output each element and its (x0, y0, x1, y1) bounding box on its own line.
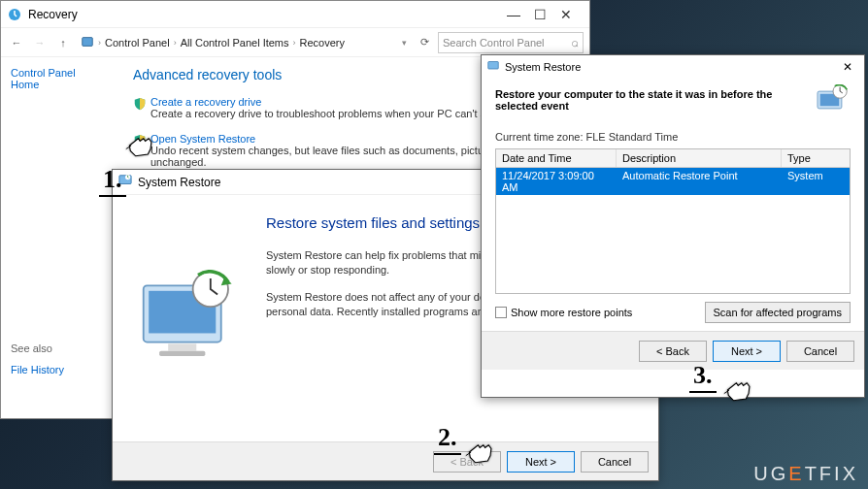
restore-points-table: Date and Time Description Type 11/24/201… (495, 148, 851, 294)
minimize-button[interactable]: — (507, 7, 520, 22)
col-description[interactable]: Description (617, 149, 782, 167)
svg-rect-6 (168, 343, 196, 350)
checkbox-icon (495, 307, 507, 318)
restore-points-window: System Restore ✕ Restore your computer t… (481, 54, 865, 398)
step-3-label: 3. (689, 361, 717, 393)
control-panel-home-link[interactable]: Control Panel Home (11, 67, 106, 90)
monitor-clock-icon (816, 84, 851, 115)
points-icon (487, 60, 499, 74)
table-header: Date and Time Description Type (496, 149, 850, 168)
refresh-icon[interactable]: ⟳ (415, 36, 434, 49)
watermark-text: TFIX (805, 463, 858, 484)
shield-icon (133, 97, 147, 111)
cell-type: System (782, 168, 850, 195)
watermark-accent: E (788, 463, 804, 484)
step-1-label: 1. (99, 165, 126, 197)
table-row[interactable]: 11/24/2017 3:09:00 AM Automatic Restore … (496, 168, 850, 195)
breadcrumb[interactable]: › Control Panel› All Control Panel Items… (77, 33, 394, 52)
wizard-footer: < Back Next > Cancel (113, 441, 658, 480)
monitor-clock-icon (136, 270, 243, 367)
breadcrumb-dropdown-icon[interactable]: ▾ (398, 38, 411, 48)
back-arrow-icon[interactable]: ← (7, 33, 26, 52)
wizard-title: System Restore (138, 176, 220, 189)
forward-arrow-icon[interactable]: → (30, 33, 50, 52)
search-placeholder: Search Control Panel (443, 37, 545, 49)
breadcrumb-item[interactable]: All Control Panel Items (181, 37, 289, 49)
close-button[interactable]: ✕ (837, 60, 858, 74)
svg-rect-1 (83, 37, 93, 46)
close-button[interactable]: ✕ (560, 7, 572, 22)
cancel-button[interactable]: Cancel (786, 341, 854, 362)
maximize-button[interactable]: ☐ (534, 7, 547, 22)
cell-desc: Automatic Restore Point (617, 168, 782, 195)
show-more-label: Show more restore points (511, 307, 632, 318)
points-heading: Restore your computer to the state it wa… (495, 88, 806, 112)
watermark: UGETFIX (753, 463, 858, 485)
window-controls: — ☐ ✕ (495, 7, 584, 22)
pointer-hand-icon (722, 373, 757, 408)
points-title: System Restore (505, 61, 581, 73)
file-history-link[interactable]: File History (11, 364, 106, 375)
cancel-button[interactable]: Cancel (581, 451, 649, 473)
svg-rect-7 (159, 351, 205, 356)
sidebar: Control Panel Home See also File History (1, 57, 116, 418)
breadcrumb-item[interactable]: Recovery (300, 37, 345, 49)
up-arrow-icon[interactable]: ↑ (53, 33, 73, 52)
svg-rect-9 (488, 62, 499, 70)
next-button[interactable]: Next > (507, 451, 575, 473)
wizard-graphic (113, 195, 266, 441)
pointer-hand-icon (124, 128, 159, 163)
recovery-icon (7, 7, 22, 22)
scan-affected-button[interactable]: Scan for affected programs (705, 302, 851, 323)
recovery-titlebar: Recovery — ☐ ✕ (1, 1, 589, 28)
points-footer: < Back Next > Cancel (482, 331, 864, 370)
show-more-checkbox[interactable]: Show more restore points (495, 307, 632, 318)
see-also-label: See also (11, 342, 106, 354)
col-type[interactable]: Type (782, 149, 850, 167)
back-button[interactable]: < Back (639, 341, 707, 362)
cell-date: 11/24/2017 3:09:00 AM (496, 168, 617, 195)
step-2-label: 2. (434, 423, 461, 455)
recovery-title: Recovery (28, 8, 495, 21)
timezone-label: Current time zone: FLE Standard Time (482, 125, 864, 148)
breadcrumb-item[interactable]: Control Panel (105, 37, 170, 49)
watermark-text: UG (753, 463, 788, 484)
next-button[interactable]: Next > (713, 341, 781, 362)
address-bar: ← → ↑ › Control Panel› All Control Panel… (1, 28, 589, 57)
breadcrumb-icon (81, 35, 94, 50)
col-date[interactable]: Date and Time (496, 149, 617, 167)
search-input[interactable]: Search Control Panel (438, 32, 584, 53)
pointer-hand-icon (464, 435, 499, 470)
points-titlebar: System Restore ✕ (482, 55, 864, 79)
